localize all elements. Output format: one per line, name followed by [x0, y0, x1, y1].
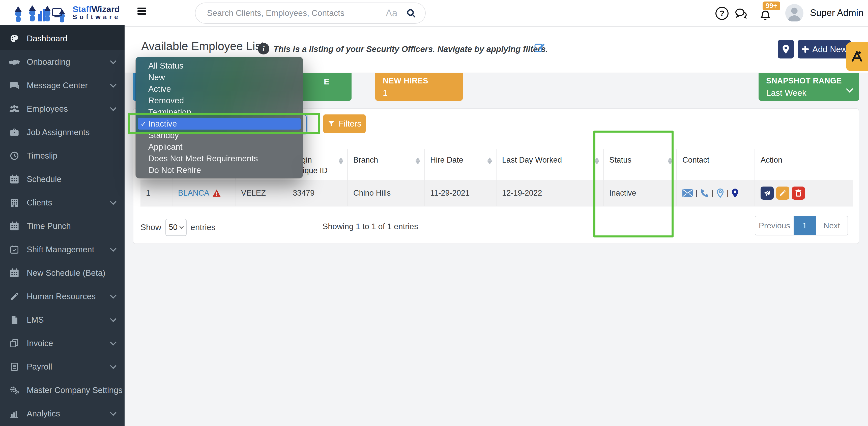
sidebar-item-onboarding[interactable]: Onboarding: [0, 50, 125, 74]
bell-icon[interactable]: [758, 8, 773, 23]
map-view-button[interactable]: [778, 40, 794, 59]
cell-contact: | | |: [676, 180, 754, 206]
sidebar-item-label: LMS: [27, 315, 111, 325]
status-option[interactable]: New: [136, 72, 303, 83]
chat-bubbles-icon[interactable]: [734, 6, 748, 21]
phone-icon[interactable]: [700, 189, 709, 198]
send-button[interactable]: [761, 187, 774, 200]
sidebar-item-label: Schedule: [27, 174, 116, 184]
sort-icon[interactable]: [415, 157, 420, 165]
status-option[interactable]: Does Not Meet Requirements: [136, 153, 303, 164]
sidebar-item-job-assignments[interactable]: Job Assignments: [0, 121, 125, 144]
sidebar-item-clients[interactable]: Clients: [0, 191, 125, 214]
new-hires-label: NEW HIRES: [383, 76, 455, 86]
summary-card-label-fragment: E: [324, 77, 329, 87]
next-page-button[interactable]: Next: [816, 216, 847, 235]
users-icon: [8, 104, 20, 114]
new-hires-card[interactable]: NEW HIRES 1: [375, 70, 463, 101]
sidebar: StaffWizard Software Dashboard Onboardin…: [0, 0, 125, 426]
delete-button[interactable]: [792, 187, 805, 200]
sidebar-item-lms[interactable]: LMS: [0, 308, 125, 331]
sidebar-item-shift-management[interactable]: Shift Management: [0, 238, 125, 261]
sidebar-item-employees[interactable]: Employees: [0, 97, 125, 121]
calendar-icon: [8, 268, 20, 278]
table-row: 1 BLANCA VELEZ 33479 Chino Hills 11-29-2…: [141, 180, 853, 206]
column-header-last-day-worked[interactable]: Last Day Worked: [496, 149, 603, 180]
cell-row-number: 1: [141, 180, 172, 206]
sidebar-item-label: Job Assignments: [27, 128, 116, 137]
status-option[interactable]: ✓ Inactive: [138, 118, 301, 130]
sort-icon[interactable]: [339, 157, 343, 165]
snapshot-range-label: SNAPSHOT RANGE: [766, 76, 851, 86]
status-option[interactable]: All Status: [136, 60, 303, 72]
status-option[interactable]: Termination: [136, 106, 303, 118]
accessibility-widget-tab[interactable]: [846, 42, 868, 71]
current-page-button[interactable]: 1: [794, 216, 816, 235]
text-case-toggle[interactable]: Aa: [386, 8, 397, 19]
chevron-down-icon: [110, 339, 116, 345]
file-icon: [8, 315, 20, 325]
status-option-label: Does Not Meet Requirements: [148, 154, 258, 163]
status-option[interactable]: Do Not Rehire: [136, 164, 303, 176]
map-pin-outline-icon[interactable]: [716, 188, 724, 198]
search-icon[interactable]: [406, 8, 416, 18]
chevron-down-icon: [110, 105, 116, 111]
email-icon[interactable]: [682, 189, 693, 197]
chat-icon: [8, 80, 20, 91]
chevron-down-icon: [110, 362, 116, 369]
chevron-down-icon: [110, 292, 116, 298]
status-option[interactable]: Removed: [136, 95, 303, 106]
cell-last-name: VELEZ: [235, 180, 287, 206]
sidebar-item-invoice[interactable]: Invoice: [0, 331, 125, 355]
warning-icon[interactable]: [212, 189, 221, 197]
search-input[interactable]: [207, 8, 386, 18]
status-option-label: Standby: [148, 131, 179, 140]
page-size-select[interactable]: 50: [165, 219, 187, 236]
edit-icon[interactable]: [534, 42, 545, 53]
snapshot-range-card[interactable]: SNAPSHOT RANGE Last Week: [758, 70, 859, 101]
previous-page-button[interactable]: Previous: [755, 216, 794, 235]
app-logo[interactable]: StaffWizard Software: [0, 0, 125, 27]
calendar-check-icon: [8, 244, 20, 255]
help-icon[interactable]: ?: [715, 6, 729, 21]
sidebar-item-label: Invoice: [27, 338, 111, 348]
column-header-branch[interactable]: Branch: [347, 149, 424, 180]
sidebar-item-payroll[interactable]: Payroll: [0, 355, 125, 379]
status-option[interactable]: Applicant: [136, 141, 303, 153]
pagination: Previous 1 Next: [755, 216, 848, 235]
sidebar-item-analytics[interactable]: Analytics: [0, 402, 125, 425]
sidebar-item-time-punch[interactable]: Time Punch: [0, 214, 125, 238]
sidebar-item-master-company-settings[interactable]: Master Company Settings: [0, 379, 125, 402]
sidebar-item-label: Payroll: [27, 362, 111, 371]
sidebar-item-human-resources[interactable]: Human Resources: [0, 285, 125, 308]
user-name[interactable]: Super Admin: [810, 7, 864, 18]
add-new-button[interactable]: Add New: [798, 40, 851, 59]
sort-icon[interactable]: [595, 157, 599, 165]
cell-last-day-worked: 12-19-2022: [496, 180, 603, 206]
status-option[interactable]: Standby: [136, 130, 303, 141]
map-pin-filled-icon[interactable]: [731, 188, 739, 198]
chevron-down-icon: [110, 316, 116, 322]
logo-illustration: [12, 2, 71, 24]
building-icon: [8, 198, 20, 208]
hamburger-menu-icon[interactable]: [137, 7, 146, 18]
status-option-label: Active: [148, 84, 171, 94]
filters-button[interactable]: Filters: [323, 114, 366, 133]
column-header-status[interactable]: Status: [603, 149, 676, 180]
sidebar-item-timeslip[interactable]: Timeslip: [0, 144, 125, 167]
employee-name-link[interactable]: BLANCA: [178, 189, 209, 198]
status-option[interactable]: Active: [136, 83, 303, 95]
edit-button[interactable]: [776, 187, 789, 200]
sidebar-item-new-schedule[interactable]: New Schedule (Beta): [0, 261, 125, 285]
sidebar-item-dashboard[interactable]: Dashboard: [0, 27, 125, 50]
plus-icon: [802, 45, 809, 53]
calendar-icon: [8, 221, 20, 231]
sidebar-item-schedule[interactable]: Schedule: [0, 167, 125, 191]
column-header-hire-date[interactable]: Hire Date: [424, 149, 496, 180]
sidebar-item-message-center[interactable]: Message Center: [0, 74, 125, 97]
accessibility-icon: [850, 50, 864, 64]
sort-icon[interactable]: [488, 157, 492, 165]
avatar[interactable]: [785, 4, 803, 22]
sort-icon[interactable]: [668, 157, 672, 165]
info-icon[interactable]: i: [258, 43, 269, 55]
